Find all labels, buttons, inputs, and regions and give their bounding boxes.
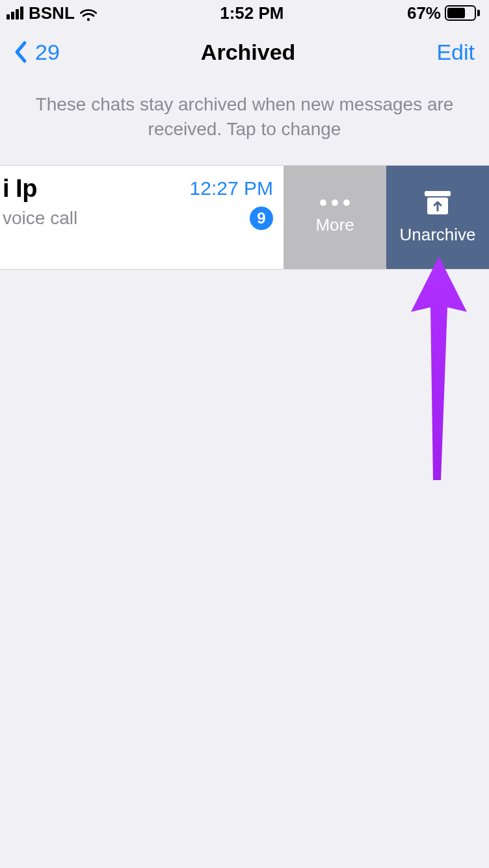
unarchive-label: Unarchive (399, 225, 475, 245)
chat-list: i Ip 12:27 PM voice call 9 More U (0, 165, 489, 270)
chat-row[interactable]: i Ip 12:27 PM voice call 9 More U (0, 166, 489, 270)
signal-bars-icon (7, 6, 23, 19)
more-dots-icon (320, 199, 350, 206)
carrier-label: BSNL (29, 3, 75, 23)
wifi-icon (80, 6, 97, 19)
status-time: 1:52 PM (220, 3, 284, 23)
edit-button[interactable]: Edit (436, 40, 475, 65)
unread-badge: 9 (250, 207, 273, 230)
unarchive-icon (423, 190, 452, 216)
status-bar: BSNL 1:52 PM 67% (0, 0, 489, 26)
unarchive-button[interactable]: Unarchive (386, 166, 489, 269)
svg-rect-0 (425, 191, 451, 196)
back-count: 29 (35, 40, 60, 65)
svg-marker-2 (411, 257, 467, 480)
battery-percent: 67% (407, 3, 441, 23)
chat-content[interactable]: i Ip 12:27 PM voice call 9 (0, 166, 284, 269)
nav-bar: 29 Archived Edit (0, 26, 489, 78)
battery-icon (445, 5, 480, 21)
battery-fill (447, 8, 465, 18)
chat-name: i Ip (3, 175, 37, 203)
archive-info-text[interactable]: These chats stay archived when new messa… (0, 78, 489, 165)
more-button[interactable]: More (284, 166, 386, 269)
status-left: BSNL (7, 3, 97, 23)
annotation-arrow-icon (410, 257, 468, 484)
page-title: Archived (201, 40, 296, 65)
chat-time: 12:27 PM (190, 177, 273, 199)
status-right: 67% (407, 3, 480, 23)
back-button[interactable]: 29 (14, 40, 60, 65)
more-label: More (315, 215, 354, 235)
chevron-left-icon (14, 40, 27, 64)
chat-subtitle: voice call (3, 208, 77, 229)
